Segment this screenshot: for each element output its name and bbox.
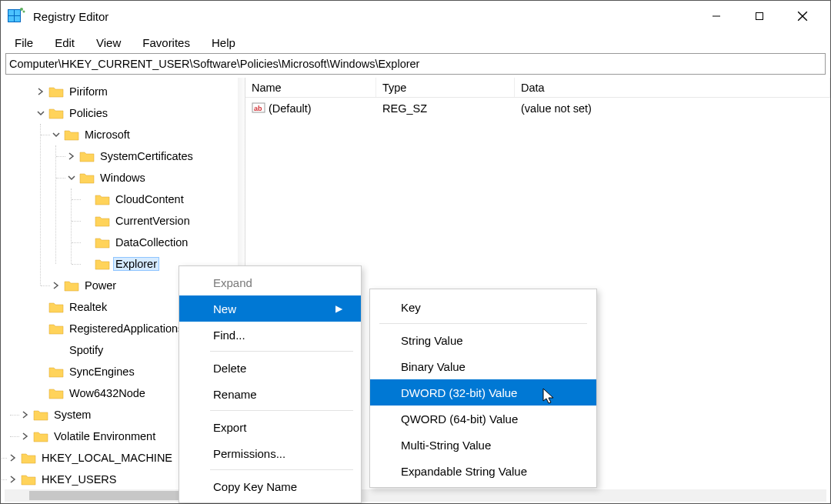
folder-icon xyxy=(48,301,64,313)
tree-label: Power xyxy=(82,279,118,292)
menu-file[interactable]: File xyxy=(7,35,41,51)
folder-icon xyxy=(48,322,64,335)
tree-item-piriform[interactable]: Piriform xyxy=(35,81,245,102)
menubar: File Edit View Favorites Help xyxy=(1,32,830,53)
menu-help[interactable]: Help xyxy=(204,35,243,51)
tree-item-systemcertificates[interactable]: SystemCertificates xyxy=(65,145,245,167)
list-headers: Name Type Data xyxy=(245,78,830,98)
column-header-type[interactable]: Type xyxy=(376,78,515,97)
titlebar-controls xyxy=(695,2,824,30)
menu-item-copykeyname[interactable]: Copy Key Name xyxy=(179,473,361,499)
menu-separator xyxy=(210,410,353,411)
folder-icon xyxy=(95,258,110,270)
tree-label: Piriform xyxy=(67,85,110,98)
folder-icon xyxy=(48,387,64,399)
menu-item-rename[interactable]: Rename xyxy=(179,381,361,407)
folder-icon xyxy=(48,85,64,98)
folder-icon xyxy=(21,473,36,486)
chevron-right-icon[interactable] xyxy=(7,476,19,483)
tree-item-microsoft[interactable]: Microsoft xyxy=(50,124,245,145)
folder-icon xyxy=(48,365,64,378)
folder-icon xyxy=(64,129,79,141)
svg-point-5 xyxy=(20,8,23,11)
menu-item-binaryvalue[interactable]: Binary Value xyxy=(370,353,596,379)
svg-rect-1 xyxy=(8,10,14,15)
menu-edit[interactable]: Edit xyxy=(47,35,82,51)
menu-item-expandable[interactable]: Expandable String Value xyxy=(370,458,596,484)
tree-label: System xyxy=(52,408,93,422)
menu-item-new[interactable]: New▶ xyxy=(179,295,361,322)
folder-icon xyxy=(21,452,36,464)
close-button[interactable] xyxy=(781,2,824,30)
svg-rect-4 xyxy=(15,16,20,22)
svg-rect-2 xyxy=(15,10,20,15)
tree-item-windows[interactable]: Windows xyxy=(65,167,245,189)
menu-item-qword[interactable]: QWORD (64-bit) Value xyxy=(370,406,596,432)
chevron-right-icon[interactable] xyxy=(7,454,19,462)
column-header-data[interactable]: Data xyxy=(515,78,830,97)
horizontal-scrollbar[interactable] xyxy=(5,489,826,502)
tree-label: Microsoft xyxy=(82,128,132,142)
tree-label: Wow6432Node xyxy=(67,386,148,400)
menu-item-export[interactable]: Export xyxy=(179,414,361,440)
titlebar: Registry Editor xyxy=(1,1,830,32)
menu-item-delete[interactable]: Delete xyxy=(179,355,361,381)
tree-item-datacollection[interactable]: DataCollection xyxy=(81,232,245,253)
context-menu: Expand New▶ Find... Delete Rename Export… xyxy=(179,265,362,503)
maximize-button[interactable] xyxy=(738,2,781,30)
list-row-default[interactable]: ab (Default) REG_SZ (value not set) xyxy=(245,98,830,119)
folder-icon xyxy=(79,150,95,162)
menu-item-dword[interactable]: DWORD (32-bit) Value xyxy=(370,379,596,406)
menu-favorites[interactable]: Favorites xyxy=(135,35,198,51)
chevron-right-icon[interactable] xyxy=(19,432,32,440)
address-bar[interactable]: Computer\HKEY_CURRENT_USER\Software\Poli… xyxy=(5,53,826,75)
scrollbar-thumb[interactable] xyxy=(29,491,183,500)
tree-item-policies[interactable]: Policies xyxy=(35,102,245,124)
menu-item-key[interactable]: Key xyxy=(370,294,596,320)
minimize-button[interactable] xyxy=(695,2,738,30)
app-icon xyxy=(7,7,25,25)
tree-label: SystemCertificates xyxy=(98,149,195,163)
menu-item-permissions[interactable]: Permissions... xyxy=(179,440,361,466)
menu-separator xyxy=(210,469,353,470)
menu-view[interactable]: View xyxy=(88,35,128,51)
address-bar-text: Computer\HKEY_CURRENT_USER\Software\Poli… xyxy=(9,58,419,70)
tree-label: HKEY_LOCAL_MACHINE xyxy=(39,451,175,465)
tree-label: Spotify xyxy=(67,343,105,357)
tree-label: SyncEngines xyxy=(67,365,137,379)
folder-icon xyxy=(95,236,110,249)
tree-label: Windows xyxy=(98,171,148,185)
chevron-down-icon[interactable] xyxy=(35,109,47,117)
tree-label: Volatile Environment xyxy=(52,429,158,443)
chevron-right-icon: ▶ xyxy=(335,303,342,314)
list-cell-data: (value not set) xyxy=(515,102,830,115)
context-submenu-new: Key String Value Binary Value DWORD (32-… xyxy=(369,289,597,488)
menu-item-stringvalue[interactable]: String Value xyxy=(370,327,596,353)
folder-icon xyxy=(33,430,48,442)
chevron-down-icon[interactable] xyxy=(65,174,78,182)
list-cell-name: (Default) xyxy=(269,102,312,115)
chevron-right-icon[interactable] xyxy=(65,152,78,160)
tree-label: HKEY_USERS xyxy=(39,472,119,486)
chevron-down-icon[interactable] xyxy=(50,131,62,139)
tree-item-currentversion[interactable]: CurrentVersion xyxy=(81,210,245,232)
folder-icon xyxy=(95,193,110,205)
folder-icon xyxy=(95,215,110,227)
chevron-right-icon[interactable] xyxy=(35,88,47,95)
tree-label: CloudContent xyxy=(113,192,186,206)
string-value-icon: ab xyxy=(252,101,265,117)
chevron-right-icon[interactable] xyxy=(19,411,32,419)
list-cell-type: REG_SZ xyxy=(376,102,515,115)
folder-icon xyxy=(33,409,48,421)
tree-label: Explorer xyxy=(113,257,159,271)
menu-item-multistring[interactable]: Multi-String Value xyxy=(370,432,596,458)
menu-item-expand[interactable]: Expand xyxy=(179,269,361,295)
column-header-name[interactable]: Name xyxy=(245,78,376,97)
menu-separator xyxy=(379,323,587,324)
menu-item-find[interactable]: Find... xyxy=(179,322,361,348)
folder-icon xyxy=(48,344,64,356)
tree-label: CurrentVersion xyxy=(113,214,192,228)
tree-label: DataCollection xyxy=(113,235,190,249)
tree-item-cloudcontent[interactable]: CloudContent xyxy=(81,189,245,210)
chevron-right-icon[interactable] xyxy=(50,282,62,289)
